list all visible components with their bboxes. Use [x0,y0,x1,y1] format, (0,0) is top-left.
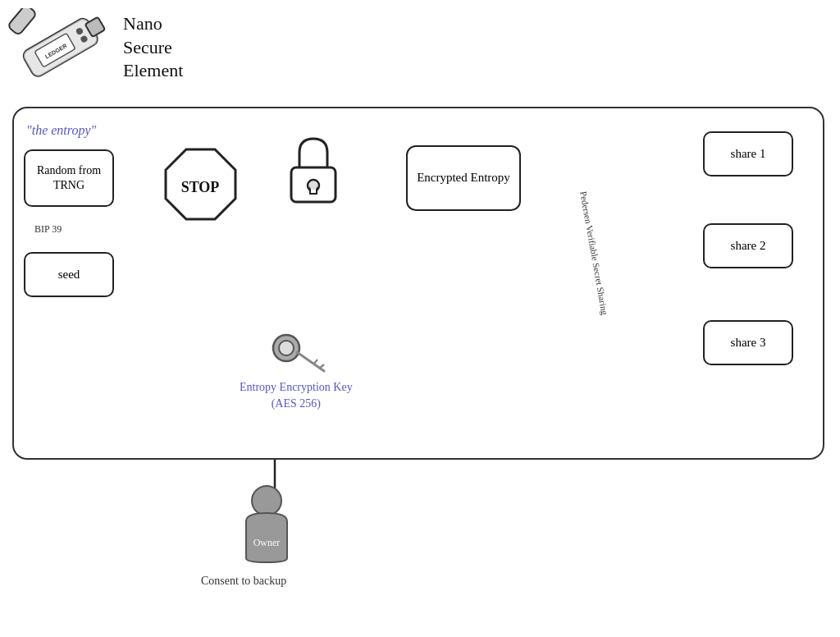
share1-box: share 1 [703,131,793,176]
seed-box: seed [24,252,114,297]
consent-label: Consent to backup [201,575,286,588]
nano-section: LEDGER Nano Secure Element [8,8,183,90]
key-icon [268,330,326,383]
share3-box: share 3 [703,320,793,365]
nano-title: Nano Secure Element [123,12,183,83]
encrypted-entropy-box: Encrypted Entropy [406,145,521,211]
trng-box: Random from TRNG [24,149,114,207]
pedersen-label: Pedersen Verifiable Secret Sharing [578,190,617,354]
svg-rect-26 [8,8,37,35]
svg-point-34 [279,341,294,355]
share2-box: share 2 [703,223,793,268]
entropy-label: "the entropy" [26,123,96,138]
stop-sign: STOP [162,145,240,227]
bip39-label: BIP 39 [34,223,62,236]
eek-label: Entropy Encryption Key (AES 256) [240,379,353,411]
nano-device-illustration: LEDGER [8,8,115,90]
owner-figure: Owner [234,484,299,570]
svg-point-38 [252,486,281,516]
svg-text:STOP: STOP [181,179,220,195]
svg-text:Owner: Owner [253,537,281,548]
lock-icon [285,135,342,212]
main-diagram-box: "the entropy" Random from TRNG BIP 39 se… [12,107,824,460]
svg-point-32 [309,181,317,190]
